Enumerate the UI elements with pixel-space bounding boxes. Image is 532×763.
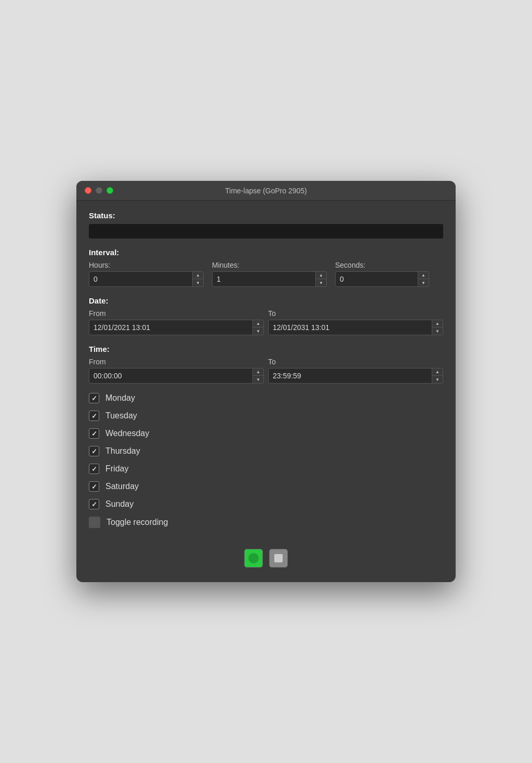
date-to-group: To ▲ ▼ bbox=[268, 309, 443, 335]
traffic-lights bbox=[85, 187, 113, 194]
day-wednesday-label: Wednesday bbox=[105, 429, 149, 438]
day-tuesday-label: Tuesday bbox=[105, 411, 137, 420]
date-to-input[interactable] bbox=[268, 320, 432, 335]
hours-spinner: ▲ ▼ bbox=[89, 271, 204, 287]
minutes-spinner-buttons: ▲ ▼ bbox=[316, 271, 327, 287]
main-window: Time-lapse (GoPro 2905) Status: Interval… bbox=[76, 181, 456, 582]
time-from-spinner-buttons: ▲ ▼ bbox=[253, 368, 264, 384]
status-label: Status: bbox=[89, 211, 443, 220]
seconds-spinner-buttons: ▲ ▼ bbox=[418, 271, 429, 287]
interval-label: Interval: bbox=[89, 248, 443, 257]
minutes-col: Minutes: ▲ ▼ bbox=[212, 261, 327, 287]
date-from-group: From ▲ ▼ bbox=[89, 309, 264, 335]
time-to-down-button[interactable]: ▼ bbox=[432, 376, 443, 383]
day-monday-row: Monday bbox=[89, 393, 443, 403]
day-wednesday-checkbox[interactable] bbox=[89, 428, 99, 439]
date-to-spinner-buttons: ▲ ▼ bbox=[432, 320, 443, 335]
seconds-col: Seconds: ▲ ▼ bbox=[335, 261, 429, 287]
date-from-spinner-buttons: ▲ ▼ bbox=[253, 320, 264, 335]
days-list: Monday Tuesday Wednesday Thursday Friday… bbox=[89, 393, 443, 509]
titlebar: Time-lapse (GoPro 2905) bbox=[76, 181, 456, 201]
day-thursday-label: Thursday bbox=[105, 446, 140, 456]
seconds-spinner: ▲ ▼ bbox=[335, 271, 429, 287]
date-to-spinner: ▲ ▼ bbox=[268, 320, 443, 335]
day-saturday-checkbox[interactable] bbox=[89, 481, 99, 492]
day-sunday-row: Sunday bbox=[89, 499, 443, 509]
minimize-button[interactable] bbox=[96, 187, 102, 194]
content-area: Status: Interval: Hours: ▲ ▼ Minutes: bbox=[76, 201, 456, 582]
hours-up-button[interactable]: ▲ bbox=[193, 272, 203, 279]
time-to-spinner-buttons: ▲ ▼ bbox=[432, 368, 443, 384]
minutes-up-button[interactable]: ▲ bbox=[316, 272, 326, 279]
minutes-input[interactable] bbox=[212, 271, 316, 287]
hours-col: Hours: ▲ ▼ bbox=[89, 261, 204, 287]
day-thursday-checkbox[interactable] bbox=[89, 446, 99, 456]
time-row: From ▲ ▼ To ▲ ▼ bbox=[89, 358, 443, 384]
hours-down-button[interactable]: ▼ bbox=[193, 279, 203, 286]
bottom-buttons bbox=[89, 544, 443, 570]
toggle-recording-label: Toggle recording bbox=[107, 518, 168, 527]
date-from-label: From bbox=[89, 309, 264, 318]
minutes-label: Minutes: bbox=[212, 261, 327, 269]
time-to-input[interactable] bbox=[268, 368, 432, 384]
interval-row: Hours: ▲ ▼ Minutes: ▲ ▼ bbox=[89, 261, 443, 287]
day-tuesday-checkbox[interactable] bbox=[89, 411, 99, 421]
time-from-up-button[interactable]: ▲ bbox=[253, 369, 263, 376]
seconds-input[interactable] bbox=[335, 271, 418, 287]
toggle-recording-row: Toggle recording bbox=[89, 517, 443, 528]
seconds-up-button[interactable]: ▲ bbox=[418, 272, 429, 279]
date-to-label: To bbox=[268, 309, 443, 318]
minutes-spinner: ▲ ▼ bbox=[212, 271, 327, 287]
seconds-down-button[interactable]: ▼ bbox=[418, 279, 429, 286]
stop-button[interactable] bbox=[269, 549, 288, 568]
stop-icon bbox=[274, 554, 283, 562]
start-icon bbox=[248, 553, 259, 563]
hours-label: Hours: bbox=[89, 261, 204, 269]
time-from-spinner: ▲ ▼ bbox=[89, 368, 264, 384]
hours-spinner-buttons: ▲ ▼ bbox=[193, 271, 204, 287]
time-from-down-button[interactable]: ▼ bbox=[253, 376, 263, 383]
hours-input[interactable] bbox=[89, 271, 193, 287]
day-friday-label: Friday bbox=[105, 464, 128, 473]
day-wednesday-row: Wednesday bbox=[89, 428, 443, 439]
time-to-group: To ▲ ▼ bbox=[268, 358, 443, 384]
time-to-label: To bbox=[268, 358, 443, 366]
day-saturday-row: Saturday bbox=[89, 481, 443, 492]
time-from-group: From ▲ ▼ bbox=[89, 358, 264, 384]
day-friday-row: Friday bbox=[89, 464, 443, 474]
date-from-input[interactable] bbox=[89, 320, 253, 335]
date-to-down-button[interactable]: ▼ bbox=[432, 327, 443, 335]
date-label: Date: bbox=[89, 296, 443, 305]
day-thursday-row: Thursday bbox=[89, 446, 443, 456]
day-sunday-checkbox[interactable] bbox=[89, 499, 99, 509]
maximize-button[interactable] bbox=[107, 187, 113, 194]
seconds-label: Seconds: bbox=[335, 261, 429, 269]
day-monday-label: Monday bbox=[105, 393, 135, 403]
date-from-spinner: ▲ ▼ bbox=[89, 320, 264, 335]
time-to-up-button[interactable]: ▲ bbox=[432, 369, 443, 376]
day-tuesday-row: Tuesday bbox=[89, 411, 443, 421]
date-from-down-button[interactable]: ▼ bbox=[253, 327, 263, 335]
time-to-spinner: ▲ ▼ bbox=[268, 368, 443, 384]
status-bar bbox=[89, 224, 443, 239]
time-label: Time: bbox=[89, 345, 443, 353]
window-title: Time-lapse (GoPro 2905) bbox=[225, 187, 307, 195]
date-from-up-button[interactable]: ▲ bbox=[253, 320, 263, 327]
day-monday-checkbox[interactable] bbox=[89, 393, 99, 403]
close-button[interactable] bbox=[85, 187, 91, 194]
date-to-up-button[interactable]: ▲ bbox=[432, 320, 443, 327]
day-saturday-label: Saturday bbox=[105, 482, 139, 491]
toggle-recording-checkbox[interactable] bbox=[89, 517, 100, 528]
time-from-input[interactable] bbox=[89, 368, 253, 384]
start-button[interactable] bbox=[244, 549, 263, 568]
date-row: From ▲ ▼ To ▲ ▼ bbox=[89, 309, 443, 335]
day-sunday-label: Sunday bbox=[105, 499, 134, 509]
day-friday-checkbox[interactable] bbox=[89, 464, 99, 474]
time-from-label: From bbox=[89, 358, 264, 366]
minutes-down-button[interactable]: ▼ bbox=[316, 279, 326, 286]
